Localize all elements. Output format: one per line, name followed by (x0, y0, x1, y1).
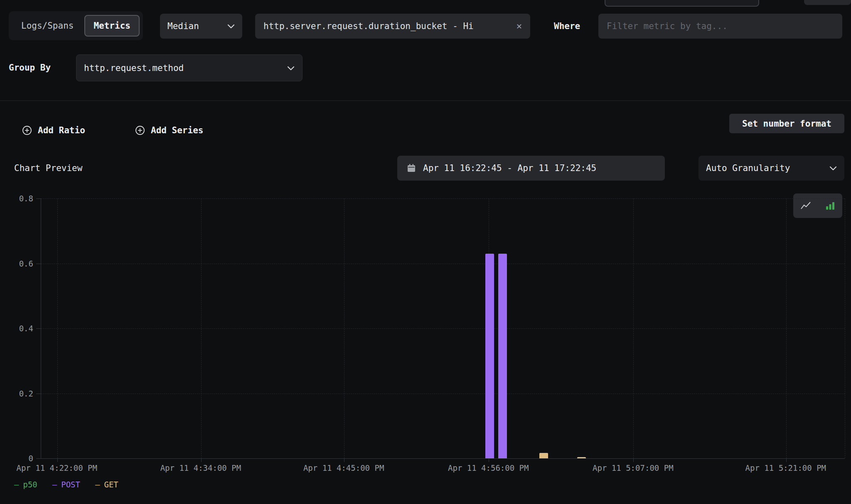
filter-input[interactable] (598, 14, 842, 39)
x-axis-label: Apr 11 4:56:00 PM (448, 463, 529, 472)
add-series-button[interactable]: Add Series (135, 122, 203, 139)
y-axis-label: 0.4 (19, 324, 33, 333)
cutoff-input[interactable] (605, 0, 759, 7)
legend-item-post[interactable]: —POST (52, 480, 80, 489)
chevron-down-icon (287, 66, 295, 71)
legend-swatch: — (14, 480, 19, 489)
granularity-value: Auto Granularity (706, 163, 790, 173)
metric-name: http.server.request.duration_bucket - Hi (263, 21, 511, 31)
legend-swatch: — (52, 480, 57, 489)
group-by-label: Group By (9, 54, 51, 81)
gridline-horizontal (41, 264, 845, 264)
source-toggle: Logs/Spans Metrics (9, 11, 143, 40)
x-axis-label: Apr 11 5:07:00 PM (593, 463, 673, 472)
toggle-logs-spans[interactable]: Logs/Spans (12, 15, 83, 37)
x-axis-tick (201, 459, 202, 462)
add-series-label: Add Series (151, 125, 203, 135)
plus-circle-icon (135, 125, 145, 136)
gridline-vertical (633, 198, 634, 458)
x-axis-label: Apr 11 4:22:00 PM (16, 463, 97, 472)
time-range-picker[interactable]: Apr 11 16:22:45 - Apr 11 17:22:45 (397, 156, 665, 181)
y-axis-labels: 00.20.40.60.8 (0, 198, 33, 458)
time-range-value: Apr 11 16:22:45 - Apr 11 17:22:45 (423, 163, 596, 173)
set-number-format-button[interactable]: Set number format (729, 114, 844, 133)
x-axis-label: Apr 11 4:34:00 PM (160, 463, 241, 472)
where-label: Where (554, 14, 580, 39)
metric-chip[interactable]: http.server.request.duration_bucket - Hi… (255, 14, 530, 39)
divider (0, 100, 851, 101)
legend-item-get[interactable]: —GET (95, 480, 118, 489)
y-axis-tick (36, 458, 41, 459)
legend-label: GET (104, 480, 118, 489)
y-axis-tick (36, 198, 41, 199)
close-icon[interactable]: ✕ (517, 22, 522, 31)
chart-preview-title: Chart Preview (14, 156, 82, 181)
y-axis-label: 0.2 (19, 389, 33, 398)
toggle-metrics[interactable]: Metrics (84, 15, 140, 37)
gridline-horizontal (41, 198, 845, 199)
calendar-icon (406, 163, 416, 173)
x-axis-tick (633, 459, 634, 462)
granularity-select[interactable]: Auto Granularity (699, 156, 844, 181)
metrics-query-builder: Logs/Spans Metrics Median http.server.re… (0, 0, 851, 504)
gridline-horizontal (41, 328, 845, 329)
add-ratio-label: Add Ratio (38, 125, 85, 135)
y-axis-label: 0.6 (19, 259, 33, 268)
gridline-vertical (201, 198, 202, 458)
group-by-value: http.request.method (84, 63, 184, 73)
chevron-down-icon (227, 24, 235, 29)
bar-get (539, 453, 548, 458)
add-ratio-button[interactable]: Add Ratio (22, 122, 85, 139)
x-axis-tick (786, 459, 787, 462)
y-axis-tick (36, 264, 41, 264)
legend-label: POST (61, 480, 80, 489)
legend-item-p50[interactable]: —p50 (14, 480, 37, 489)
plus-circle-icon (22, 125, 32, 136)
x-axis-tick (344, 459, 344, 462)
x-axis-tick (489, 459, 489, 462)
chart-legend: —p50—POST—GET (14, 480, 118, 489)
chevron-down-icon (829, 166, 837, 171)
gridline-vertical (57, 198, 58, 458)
bar-get (577, 457, 586, 458)
x-axis-tick (57, 459, 58, 462)
y-axis-tick (36, 394, 41, 394)
bar-post (485, 254, 494, 458)
aggregation-select[interactable]: Median (160, 14, 242, 39)
cutoff-button[interactable] (804, 0, 851, 5)
gridline-vertical (344, 198, 344, 458)
x-axis-label: Apr 11 4:45:00 PM (303, 463, 384, 472)
gridline-vertical (845, 198, 845, 458)
y-axis-label: 0.8 (19, 194, 33, 203)
y-axis-tick (36, 328, 41, 329)
legend-label: p50 (23, 480, 37, 489)
y-axis-label: 0 (29, 454, 33, 463)
legend-swatch: — (95, 480, 100, 489)
group-by-select[interactable]: http.request.method (76, 54, 303, 81)
x-axis-labels: Apr 11 4:22:00 PMApr 11 4:34:00 PMApr 11… (41, 463, 844, 476)
plot-area[interactable] (41, 198, 845, 459)
bar-post (498, 254, 507, 458)
gridline-horizontal (41, 394, 845, 394)
gridline-vertical (786, 198, 787, 458)
x-axis-label: Apr 11 5:21:00 PM (745, 463, 826, 472)
aggregation-value: Median (167, 21, 199, 31)
